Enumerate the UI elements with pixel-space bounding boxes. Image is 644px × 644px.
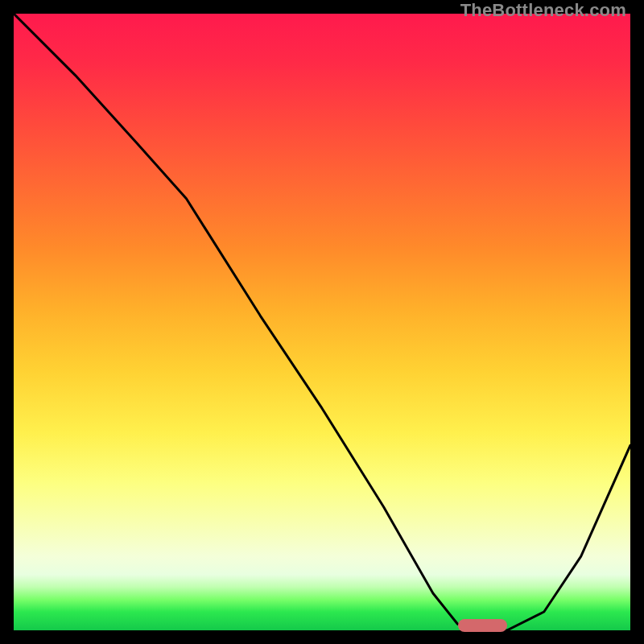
plot-area xyxy=(14,14,630,630)
watermark-text: TheBottleneck.com xyxy=(460,0,626,21)
optimal-marker xyxy=(458,619,507,632)
bottleneck-curve xyxy=(14,14,630,630)
chart-frame: TheBottleneck.com xyxy=(0,0,644,644)
